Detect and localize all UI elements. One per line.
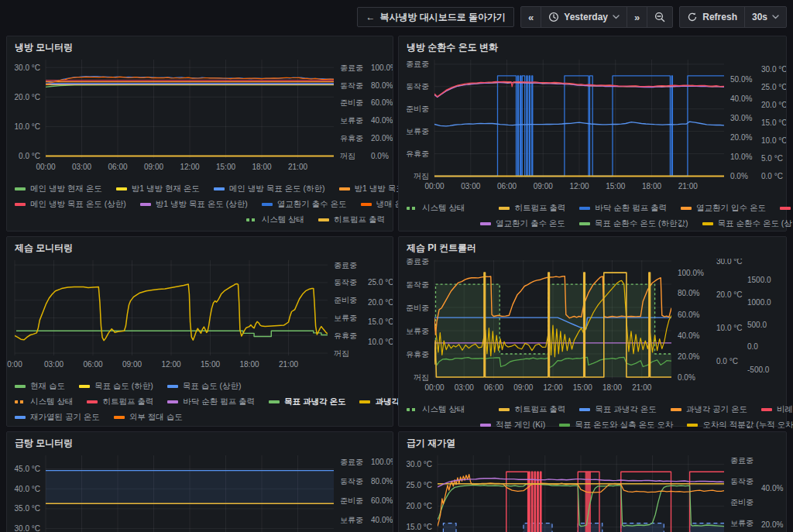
panel-title[interactable]: 냉방 모니터링 <box>7 36 393 58</box>
legend-item[interactable]: 목표 습도 (상한) <box>167 381 242 392</box>
dehumid-monitoring-legend: 현재 습도목표 습도 (하한)목표 습도 (상한)시스템 상태히트펌프 출력바닥… <box>7 376 393 425</box>
y-axis-tick-label: 20.0 °C <box>716 290 742 299</box>
x-axis-tick-label: 06:00 <box>484 383 503 392</box>
time-range-picker[interactable]: Yesterday <box>541 7 627 27</box>
legend-item[interactable]: 방1 냉방 현재 온도 <box>116 184 200 194</box>
refresh-button[interactable]: Refresh <box>680 7 744 27</box>
legend-swatch-icon <box>87 400 98 403</box>
y-axis-tick-label: 80.0% <box>371 81 393 90</box>
legend-item[interactable]: 시스템 상태 <box>407 203 465 214</box>
legend-row: 시스템 상태히트펌프 출력바닥 순환 펌프 출력열교환기 입수 온도냉매 온도 <box>407 201 778 216</box>
legend-item[interactable]: 히트펌프 출력 <box>499 203 565 214</box>
x-axis-tick-label: 03:00 <box>44 360 64 369</box>
legend-item[interactable]: 현재 습도 <box>15 381 65 392</box>
legend-swatch-icon <box>359 400 370 403</box>
panel-title[interactable]: 냉방 순환수 온도 변화 <box>399 36 786 58</box>
time-shift-back-button[interactable]: « <box>521 7 541 27</box>
legend-item[interactable]: 열교환기 입수 온도 <box>681 203 766 214</box>
legend-item[interactable]: 히트펌프 출력 <box>318 215 385 225</box>
legend-swatch-icon <box>214 187 225 190</box>
refresh-icon <box>687 12 698 22</box>
legend-item[interactable]: 메인 냉방 목표 온도 (상한) <box>15 199 126 210</box>
legend-item-label: 목표 과냉각 온도 <box>284 396 345 407</box>
legend-item[interactable]: 바닥 순환 펌프 출력 <box>579 203 667 214</box>
panel-title[interactable]: 급탕 모니터링 <box>7 432 393 454</box>
y-axis-tick-label: 20.0% <box>371 134 393 142</box>
legend-swatch-icon <box>246 218 257 221</box>
x-axis-tick-label: 21:00 <box>678 182 698 190</box>
chevrons-left-icon: « <box>528 12 534 23</box>
legend-row: 현재 습도목표 습도 (하한)목표 습도 (상한) <box>15 379 385 394</box>
x-axis-tick-label: 06:00 <box>83 360 102 369</box>
legend-item[interactable]: 목표 습도 (하한) <box>79 381 153 392</box>
y-axis-tick-label: 45.0 °C <box>15 465 40 473</box>
x-axis-tick-label: 12:00 <box>161 360 180 369</box>
legend-item-label: 목표 순환수 온도 (하한값) <box>595 218 688 229</box>
panel-cooling-monitoring: 냉방 모니터링 30.0 °C20.0 °C10.0 °C0.0 °C종료중동작… <box>6 36 393 232</box>
x-axis-tick-label: 0:00 <box>7 360 22 369</box>
y-axis-tick-label: 1000.0 <box>747 298 771 307</box>
arrow-left-icon: ← <box>366 12 375 22</box>
legend-item[interactable]: 적분 게인 (Ki) <box>480 420 545 431</box>
x-axis-tick-label: 21:00 <box>279 360 298 369</box>
y-axis-tick-label: 보류중 <box>730 519 754 527</box>
refresh-interval-label: 30s <box>752 12 767 22</box>
legend-item[interactable]: 메인 냉방 목표 온도 (하한) <box>214 184 325 194</box>
legend-item[interactable]: 열교환기 출수 온도 <box>480 218 565 229</box>
legend-item[interactable]: 시스템 상태 <box>246 215 304 225</box>
y-axis-tick-label: 유휴중 <box>406 350 429 359</box>
y-axis-tick-label: 유휴중 <box>406 149 429 158</box>
legend-item[interactable]: 시스템 상태 <box>15 396 73 407</box>
legend-item[interactable]: 재가열된 공기 온도 <box>15 412 100 423</box>
zoom-out-time-button[interactable] <box>647 7 672 27</box>
legend-item[interactable]: 목표 온도와 실측 온도 오차 <box>559 420 673 431</box>
y-axis-tick-label: 100.0% <box>371 458 393 466</box>
legend-swatch-icon <box>499 207 510 210</box>
legend-item[interactable]: 냉매 온도 <box>780 203 793 214</box>
y-axis-tick-label: 15.0 °C <box>761 118 786 127</box>
legend-item[interactable]: 외부 절대 습도 <box>114 412 183 423</box>
y-axis-tick-label: 60.0% <box>371 98 393 107</box>
legend-item[interactable]: 과냉각 공기 온도 <box>671 404 747 415</box>
legend-swatch-icon <box>579 222 590 225</box>
refresh-interval-picker[interactable]: 30s <box>744 7 786 27</box>
legend-item-label: 열교환기 출수 온도 <box>277 199 347 210</box>
legend-row: 적분 게인 (Ki)목표 온도와 실측 온도 오차오차의 적분값 (누적 오차) <box>407 417 778 433</box>
legend-item[interactable]: 히트펌프 출력 <box>499 404 565 415</box>
chevron-down-icon <box>613 15 620 19</box>
legend-item-label: 목표 습도 (상한) <box>183 381 242 392</box>
panel-supply-air-reheat: 급기 재가열 30.0 °C25.0 °C20.0 °C15.0 °C종료중동작… <box>398 431 787 532</box>
legend-item[interactable]: 목표 과냉각 온도 <box>579 404 656 415</box>
legend-swatch-icon <box>114 416 125 419</box>
cooling-water-temp-legend: 시스템 상태히트펌프 출력바닥 순환 펌프 출력열교환기 입수 온도냉매 온도열… <box>399 197 786 232</box>
legend-item[interactable]: 시스템 상태 <box>407 404 465 415</box>
legend-item-label: 오차의 적분값 (누적 오차) <box>702 420 793 431</box>
legend-item[interactable]: 목표 순환수 온도 (상한값) <box>702 218 793 229</box>
y-axis-tick-label: 종료중 <box>340 63 363 72</box>
panel-title[interactable]: 제습 모니터링 <box>7 237 393 259</box>
legend-item[interactable]: 목표 순환수 온도 (하한값) <box>579 218 688 229</box>
panel-title[interactable]: 급기 재가열 <box>399 432 786 454</box>
legend-item[interactable]: 바닥 순환 펌프 출력 <box>167 396 255 407</box>
x-axis-tick-label: 09:00 <box>513 383 533 392</box>
legend-swatch-icon <box>407 408 417 411</box>
panel-title[interactable]: 제습 PI 컨트롤러 <box>399 237 786 259</box>
x-axis-tick-label: 18:00 <box>239 360 259 369</box>
legend-item[interactable]: 오차의 적분값 (누적 오차) <box>687 420 793 431</box>
time-shift-forward-button[interactable]: » <box>627 7 647 27</box>
magnifier-minus-icon <box>654 12 665 22</box>
legend-item[interactable]: 히트펌프 출력 <box>87 396 153 407</box>
y-axis-tick-label: 동작중 <box>406 280 429 289</box>
y-axis-tick-label: 20.0% <box>730 133 752 142</box>
legend-item[interactable]: 메인 냉방 현재 온도 <box>15 184 102 194</box>
legend-item[interactable]: 비례 게인 (Kp) <box>761 404 793 415</box>
legend-item[interactable]: 방1 냉방 목표 온도 (상한) <box>140 199 248 210</box>
back-to-dashboard-button[interactable]: ← 복사냉방 대시보드로 돌아가기 <box>357 7 514 27</box>
legend-item[interactable]: 목표 과냉각 온도 <box>269 396 345 407</box>
y-axis-tick-label: 1500.0 <box>747 276 771 284</box>
dehumid-monitoring-chart: 종료중동작중준비중보류중유휴중꺼짐25.0 °C20.0 °C15.0 °C10… <box>7 259 393 376</box>
legend-item[interactable]: 열교환기 출수 온도 <box>262 199 347 210</box>
x-axis-tick-label: 06:00 <box>497 182 517 190</box>
x-axis-tick-label: 09:00 <box>122 360 142 369</box>
panel-hot-water-monitoring: 급탕 모니터링 45.0 °C40.0 °C35.0 °C30.0 °C종료중동… <box>6 431 393 532</box>
